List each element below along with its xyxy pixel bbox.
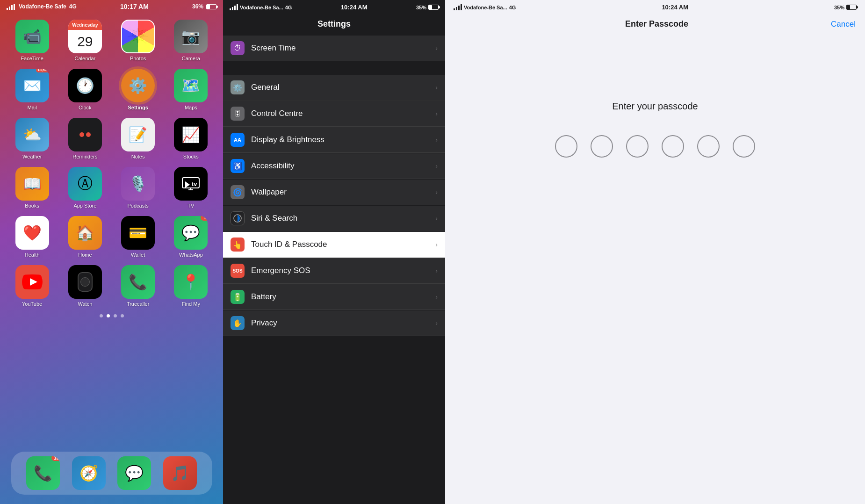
emergency-sos-icon: SOS — [231, 264, 245, 278]
tv-icon: tv — [174, 167, 208, 201]
app-appstore[interactable]: Ⓐ App Store — [62, 167, 108, 209]
app-notes[interactable]: 📝 Notes — [115, 118, 161, 159]
app-whatsapp[interactable]: 💬 1 WhatsApp — [168, 216, 214, 258]
passcode-cancel-button[interactable]: Cancel — [831, 20, 856, 29]
passcode-carrier: Vodafone-Be Sa... — [464, 5, 507, 10]
settings-panel: Vodafone-Be Sa... 4G 10:24 AM 35% Settin… — [223, 0, 445, 504]
wallpaper-chevron: › — [435, 188, 438, 196]
facetime-label: FaceTime — [21, 56, 43, 61]
settings-item-accessibility[interactable]: ♿ Accessibility › — [223, 153, 445, 179]
app-wallet[interactable]: 💳 Wallet — [115, 216, 161, 258]
settings-carrier-info: Vodafone-Be Sa... 4G — [230, 4, 292, 10]
app-findmy[interactable]: 📍 Find My — [168, 265, 214, 307]
app-books[interactable]: 📖 Books — [9, 167, 55, 209]
control-centre-chevron: › — [435, 110, 438, 117]
clock-icon: 🕐 — [68, 69, 102, 102]
stocks-label: Stocks — [183, 154, 199, 159]
dock-messages[interactable]: 💬 — [117, 456, 151, 490]
accessibility-chevron: › — [435, 162, 438, 170]
app-mail[interactable]: ✉️ 18,588 Mail — [9, 69, 55, 110]
dock-music[interactable]: 🎵 — [163, 456, 197, 490]
passcode-carrier-info: Vodafone-Be Sa... 4G — [454, 4, 516, 10]
weather-label: Weather — [22, 154, 42, 159]
app-watch[interactable]: Watch — [62, 265, 108, 307]
dock-safari[interactable]: 🧭 — [72, 456, 106, 490]
settings-item-screen-time[interactable]: ⏱ Screen Time › — [223, 36, 445, 61]
photos-label: Photos — [130, 56, 146, 61]
home-screen: Vodafone-Be Safe 4G 10:17 AM 36% 📹 FaceT… — [0, 0, 223, 504]
accessibility-label: Accessibility — [251, 161, 435, 171]
app-health[interactable]: ❤️ Health — [9, 216, 55, 258]
podcasts-icon: 🎙️ — [121, 167, 155, 201]
mail-label: Mail — [28, 105, 37, 110]
settings-item-siri[interactable]: Siri & Search › — [223, 206, 445, 231]
whatsapp-label: WhatsApp — [179, 252, 203, 258]
settings-network: 4G — [285, 5, 292, 10]
app-photos[interactable]: Photos — [115, 20, 161, 61]
passcode-signal-icon — [454, 4, 462, 10]
general-chevron: › — [435, 84, 438, 91]
app-weather[interactable]: ⛅ Weather — [9, 118, 55, 159]
display-icon: AA — [231, 133, 245, 147]
app-stocks[interactable]: 📈 Stocks — [168, 118, 214, 159]
app-podcasts[interactable]: 🎙️ Podcasts — [115, 167, 161, 209]
settings-item-emergency-sos[interactable]: SOS Emergency SOS › — [223, 258, 445, 284]
app-home[interactable]: 🏠 Home — [62, 216, 108, 258]
settings-item-wallpaper[interactable]: 🌀 Wallpaper › — [223, 180, 445, 205]
youtube-icon — [15, 265, 49, 299]
control-centre-icon: 🎛 — [231, 107, 245, 121]
settings-item-display[interactable]: AA Display & Brightness › — [223, 127, 445, 153]
settings-item-touch-id[interactable]: 👆 Touch ID & Passcode › — [223, 232, 445, 258]
settings-item-battery[interactable]: 🔋 Battery › — [223, 284, 445, 310]
battery-label: Battery — [251, 292, 435, 302]
touch-id-icon: 👆 — [231, 238, 245, 252]
podcasts-label: Podcasts — [128, 203, 149, 209]
wallpaper-icon: 🌀 — [231, 185, 245, 199]
privacy-chevron: › — [435, 319, 438, 327]
safari-icon: 🧭 — [72, 456, 106, 490]
general-icon: ⚙️ — [231, 80, 245, 94]
touch-id-chevron: › — [435, 241, 438, 248]
siri-icon — [231, 211, 245, 225]
page-indicator — [0, 314, 223, 317]
app-youtube[interactable]: YouTube — [9, 265, 55, 307]
passcode-title-bar: Enter Passcode Cancel — [445, 14, 865, 36]
passcode-prompt: Enter your passcode — [612, 101, 698, 112]
app-calendar[interactable]: Wednesday 29 Calendar — [62, 20, 108, 61]
mail-icon: ✉️ 18,588 — [15, 69, 49, 102]
music-icon: 🎵 — [163, 456, 197, 490]
dot-2 — [107, 314, 110, 317]
display-chevron: › — [435, 136, 438, 144]
settings-item-privacy[interactable]: ✋ Privacy › — [223, 310, 445, 336]
weather-icon: ⛅ — [15, 118, 49, 151]
settings-item-general[interactable]: ⚙️ General › — [223, 75, 445, 101]
signal-icon — [7, 4, 15, 10]
app-truecaller[interactable]: 📞 Truecaller — [115, 265, 161, 307]
photos-icon — [121, 20, 155, 53]
dock-phone[interactable]: 📞 10 — [26, 456, 60, 490]
app-maps[interactable]: 🗺️ Maps — [168, 69, 214, 110]
settings-signal-icon — [230, 4, 238, 10]
truecaller-icon: 📞 — [121, 265, 155, 299]
passcode-circle-4 — [662, 135, 684, 158]
home-battery: 36% — [192, 3, 203, 10]
home-label: Home — [78, 252, 92, 258]
settings-battery-info: 35% — [416, 5, 439, 10]
passcode-circles — [555, 135, 755, 158]
youtube-label: YouTube — [22, 301, 42, 307]
wallpaper-label: Wallpaper — [251, 187, 435, 197]
settings-item-control-centre[interactable]: 🎛 Control Centre › — [223, 101, 445, 127]
settings-carrier: Vodafone-Be Sa... — [240, 5, 283, 10]
dot-4 — [121, 314, 124, 317]
home-time: 10:17 AM — [120, 3, 149, 10]
app-camera[interactable]: 📷 Camera — [168, 20, 214, 61]
app-grid: 📹 FaceTime Wednesday 29 Calendar Photos … — [0, 15, 223, 311]
app-clock[interactable]: 🕐 Clock — [62, 69, 108, 110]
camera-label: Camera — [182, 56, 200, 61]
app-tv[interactable]: tv TV — [168, 167, 214, 209]
app-settings[interactable]: ⚙️ Settings — [115, 69, 161, 110]
app-reminders[interactable]: Reminders — [62, 118, 108, 159]
app-facetime[interactable]: 📹 FaceTime — [9, 20, 55, 61]
screen-time-label: Screen Time — [251, 43, 435, 53]
passcode-circle-6 — [733, 135, 755, 158]
